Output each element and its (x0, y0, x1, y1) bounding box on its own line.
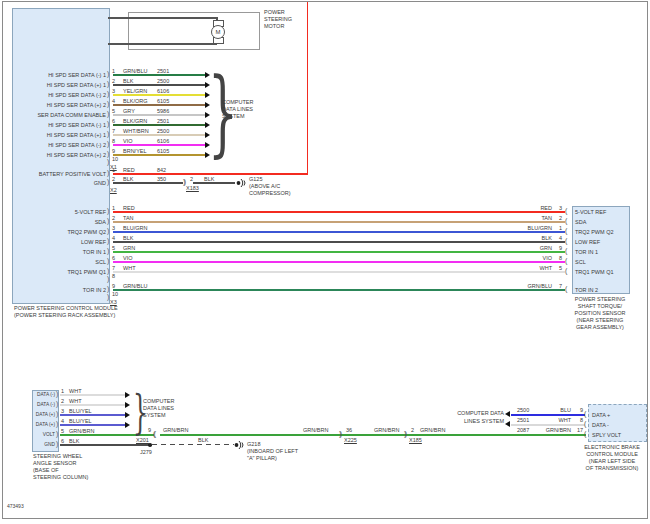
pin-bracket: ) (107, 293, 109, 300)
pin-number-right: 4 (559, 235, 562, 242)
wire (113, 104, 206, 106)
data-line-arrow-icon (125, 392, 130, 398)
wire (113, 231, 565, 233)
ground-wire-seg1 (113, 182, 183, 184)
pin-function-label: SDA (95, 219, 106, 226)
pin-function-label: HI SPD SER DATA (-) 2 (48, 142, 106, 149)
pin-bracket: ( (565, 247, 567, 254)
pin-number-right: 5 (559, 265, 562, 272)
wire (113, 289, 565, 291)
angle-sensor-label2: ANGLE SENSOR (33, 460, 76, 467)
wire (113, 134, 206, 136)
sensor-pin-label: SCL (575, 259, 586, 266)
wire-color-label-right: BLK (542, 235, 552, 242)
sensor-pin-label: TRQ1 PWM Q1 (575, 269, 614, 276)
wire (113, 154, 206, 156)
pin-bracket: ) (107, 267, 109, 274)
ground-location2: COMPRESSOR) (249, 190, 291, 197)
sensor-pin-label: TRQ2 PWM Q2 (575, 229, 614, 236)
torque-sensor-label1: POWER STEERING (575, 296, 625, 303)
pin-function-label: HI SPD SER DATA (+) 1 (47, 132, 106, 139)
ground-location1: (ABOVE A/C (249, 183, 280, 190)
pin-number: 10 (112, 291, 118, 298)
pin-function-label: HI SPD SER DATA (-) 2 (48, 92, 106, 99)
connector-id-x225: X225 (344, 437, 357, 444)
wire-color-label-right: GRN/BLU (528, 283, 552, 290)
connector-pin-number: 36 (346, 427, 352, 434)
pin-bracket: ( (565, 227, 567, 234)
wire (113, 261, 565, 263)
wire (113, 211, 565, 213)
angle-sensor-label4: STEERING COLUMN) (33, 474, 88, 481)
wire (60, 404, 126, 406)
pin-bracket: ( (565, 217, 567, 224)
pin-bracket: ) (107, 70, 109, 77)
computer-data-lines-label2: DATA LINES (143, 405, 174, 412)
computer-data-lines-label1: COMPUTER (222, 99, 253, 106)
ground-wire-seg2 (193, 182, 235, 184)
wire-color-label: BLK (198, 437, 208, 444)
inline-connector-icon: )) (183, 178, 185, 185)
computer-data-lines-label3: SYSTEM (222, 113, 245, 120)
pin-bracket: ) (107, 207, 109, 214)
wire-color-label-right: WHT (539, 265, 552, 272)
pin-bracket: ) (107, 90, 109, 97)
pin-function-label: 5-VOLT REF (75, 209, 106, 216)
circuit-number: 2087 (517, 427, 529, 434)
pin-bracket: ) (107, 178, 109, 185)
data-line-arrow-icon (505, 411, 510, 417)
pin-number-right: 3 (559, 205, 562, 212)
computer-data-lines-right-label1: COMPUTER DATA (457, 410, 504, 417)
pin-number: 8 (112, 273, 115, 280)
wiring-diagram-canvas: POWER STEERING CONTROL MODULE (POWER STE… (0, 0, 650, 524)
connector-id-x2: X2 (110, 187, 117, 194)
pin-number-right: 7 (559, 283, 562, 290)
ebcm-pin-label: DATA + (592, 412, 610, 419)
pin-function-label: TOR IN 1 (83, 249, 106, 256)
pin-number-right: 9 (559, 245, 562, 252)
torque-sensor-label5: GEAR ASSEMBLY) (576, 324, 624, 331)
pin-number-right: 1 (559, 225, 562, 232)
inline-connector-icon: (( (153, 430, 155, 437)
motor-label-line1: POWER (264, 9, 285, 16)
wire-color-label: GRN/BRN (163, 427, 188, 434)
sensor-pin-label: TOR IN 1 (575, 249, 598, 256)
wire-color-label: GRN/BRN (374, 427, 399, 434)
wire-color-label: GRN/BRN (303, 427, 328, 434)
pin-bracket: ( (565, 257, 567, 264)
pin-function-label: TOR IN 2 (83, 287, 106, 294)
pin-bracket: ( (584, 410, 586, 417)
ground-wire-dashed (152, 444, 234, 445)
ground-icon (234, 440, 246, 450)
pin-function-label: HI SPD SER DATA (-) 1 (48, 72, 106, 79)
angle-sensor-label3: (BASE OF (33, 467, 59, 474)
ebcm-label1: ELECTRONIC BRAKE (584, 444, 640, 451)
wire-color-label-right: TAN (541, 215, 552, 222)
motor-wire-top (108, 17, 217, 19)
angle-sensor-label1: STEERING WHEEL (33, 453, 82, 460)
pin-bracket: ) (107, 275, 109, 282)
pin-function-label: TRQ2 PWM Q2 (67, 229, 106, 236)
psc-module-label-line1: POWER STEERING CONTROL MODULE (14, 305, 118, 312)
computer-data-lines-label2: DATA LINES (222, 106, 253, 113)
pin-bracket: ( (565, 285, 567, 292)
wire (113, 124, 206, 126)
connector-pin-number: 9 (148, 427, 151, 434)
pin-number: 17 (577, 427, 583, 434)
connector-id-x183: X183 (186, 185, 199, 192)
wire (60, 424, 126, 426)
pin-bracket: ) (56, 390, 58, 397)
pin-bracket: ) (107, 169, 109, 176)
splice-id-j279: J279 (140, 449, 152, 456)
wire-color-label: WHT (558, 417, 571, 424)
sensor-pin-label: TOR IN 2 (575, 287, 598, 294)
pin-bracket: ) (107, 237, 109, 244)
pin-bracket: ) (107, 130, 109, 137)
wire (113, 221, 565, 223)
inline-connector-icon: )) (339, 430, 341, 437)
computer-data-lines-right-label2: LINES SYSTEM (464, 418, 504, 425)
pin-bracket: ) (107, 247, 109, 254)
wire-color-label: GRN/BRN (546, 427, 571, 434)
wire (60, 414, 126, 416)
pin-bracket: ( (584, 430, 586, 437)
